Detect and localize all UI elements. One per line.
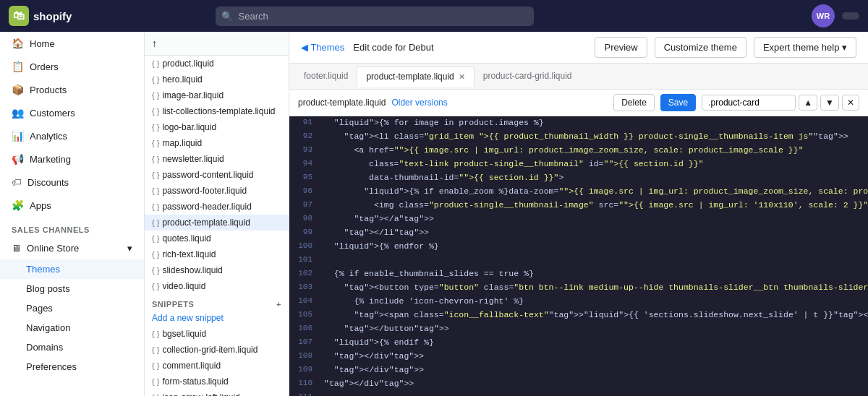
liquid-icon: { } xyxy=(152,361,159,370)
line-content: "tag"></a"tag">> xyxy=(320,212,868,226)
file-item-product[interactable]: { } product.liquid xyxy=(145,56,289,72)
sidebar-item-marketing[interactable]: 📢 Marketing xyxy=(0,147,144,171)
line-content: "liquid">{% for image in product.images … xyxy=(320,116,868,130)
code-line: 94 class="text-link product-single__thum… xyxy=(289,158,868,171)
line-content xyxy=(320,391,868,396)
tab-footer-label: footer.liquid xyxy=(304,71,348,81)
line-content: "tag"></div"tag">> xyxy=(320,350,868,363)
file-item-slideshow[interactable]: { } slideshow.liquid xyxy=(145,262,289,278)
older-versions-link[interactable]: Older versions xyxy=(391,98,447,108)
line-content: "tag"></div"tag">> xyxy=(320,363,868,377)
shopify-logo: 🛍 shopify xyxy=(9,6,72,26)
sidebar-item-preferences[interactable]: Preferences xyxy=(0,357,144,376)
avatar[interactable]: WR xyxy=(812,4,835,27)
tab-product-template[interactable]: product-template.liquid ✕ xyxy=(357,66,474,87)
code-line: 91 "liquid">{% for image in product.imag… xyxy=(289,116,868,130)
file-item-newsletter[interactable]: { } newsletter.liquid xyxy=(145,151,289,167)
line-number: 99 xyxy=(289,226,320,240)
editor-header: product-template.liquid Older versions D… xyxy=(289,90,868,116)
file-item-list-collections[interactable]: { } list-collections-template.liquid xyxy=(145,103,289,119)
file-item-password-header[interactable]: { } password-header.liquid xyxy=(145,199,289,215)
sidebar-item-blog-posts[interactable]: Blog posts xyxy=(0,279,144,298)
sidebar-item-online-store[interactable]: 🖥 Online Store ▾ xyxy=(0,237,144,259)
line-content xyxy=(320,254,868,267)
code-line: 109 "tag"></div"tag">> xyxy=(289,363,868,377)
file-item-hero[interactable]: { } hero.liquid xyxy=(145,72,289,87)
code-editor[interactable]: 91 "liquid">{% for image in product.imag… xyxy=(289,116,868,396)
customers-icon: 👥 xyxy=(12,107,24,119)
tabs-bar: footer.liquid product-template.liquid ✕ … xyxy=(289,64,868,90)
liquid-icon: { } xyxy=(152,186,159,195)
sidebar-item-analytics[interactable]: 📊 Analytics xyxy=(0,124,144,147)
sidebar-item-domains[interactable]: Domains xyxy=(0,337,144,357)
sidebar-item-products[interactable]: 📦 Products xyxy=(0,78,144,101)
file-item-collection-grid-item[interactable]: { } collection-grid-item.liquid xyxy=(145,342,289,358)
sidebar-item-apps[interactable]: 🧩 Apps xyxy=(0,194,144,217)
file-item-map[interactable]: { } map.liquid xyxy=(145,135,289,151)
sidebar-item-navigation[interactable]: Navigation xyxy=(0,318,144,337)
line-content: <a href="">{{ image.src | img_url: produ… xyxy=(320,144,868,158)
sidebar-item-home[interactable]: 🏠 Home xyxy=(0,32,144,55)
delete-button[interactable]: Delete xyxy=(613,94,655,111)
code-line: 97 <img class="product-single__thumbnail… xyxy=(289,199,868,212)
breadcrumb-back[interactable]: ◀ Themes xyxy=(301,42,344,53)
file-item-bgset[interactable]: { } bgset.liquid xyxy=(145,326,289,342)
file-item-video[interactable]: { } video.liquid xyxy=(145,278,289,294)
sidebar-item-customers[interactable]: 👥 Customers xyxy=(0,101,144,124)
search-close-btn[interactable]: ✕ xyxy=(842,95,859,111)
sidebar-label-discounts: Discounts xyxy=(27,177,69,188)
search-replace-bar: ▲ ▼ ✕ xyxy=(702,95,859,111)
file-item-password-content[interactable]: { } password-content.liquid xyxy=(145,167,289,183)
file-item-form-status[interactable]: { } form-status.liquid xyxy=(145,374,289,389)
code-line: 107 "liquid">{% endif %} xyxy=(289,336,868,350)
file-item-product-template[interactable]: { } product-template.liquid xyxy=(145,215,289,231)
customize-theme-button[interactable]: Customize theme xyxy=(655,37,746,58)
orders-icon: 📋 xyxy=(12,61,24,72)
file-item-quotes[interactable]: { } quotes.liquid xyxy=(145,231,289,246)
line-number: 103 xyxy=(289,281,320,295)
file-item-rich-text[interactable]: { } rich-text.liquid xyxy=(145,246,289,262)
code-line: 93 <a href="">{{ image.src | img_url: pr… xyxy=(289,144,868,158)
analytics-icon: 📊 xyxy=(12,130,24,142)
tab-product-card-grid[interactable]: product-card-grid.liquid xyxy=(475,66,581,87)
store-btn[interactable] xyxy=(842,12,859,20)
file-item-password-footer[interactable]: { } password-footer.liquid xyxy=(145,183,289,199)
snippets-section: Snippets + xyxy=(145,294,289,310)
tab-footer[interactable]: footer.liquid xyxy=(295,66,357,87)
sidebar-item-orders[interactable]: 📋 Orders xyxy=(0,55,144,78)
close-tab-icon[interactable]: ✕ xyxy=(459,72,465,82)
sidebar-item-themes[interactable]: Themes xyxy=(0,259,144,279)
code-line: 92 "tag"><li class="grid_item ">{{ produ… xyxy=(289,130,868,144)
file-item-add-snippet[interactable]: Add a new snippet xyxy=(145,310,289,326)
file-item-comment[interactable]: { } comment.liquid xyxy=(145,358,289,374)
sidebar-item-pages[interactable]: Pages xyxy=(0,298,144,318)
top-navigation: 🛍 shopify 🔍 WR xyxy=(0,0,868,32)
sidebar-item-discounts[interactable]: 🏷 Discounts xyxy=(0,171,144,194)
scroll-indicator: ↑ xyxy=(152,38,157,49)
sidebar-label-orders: Orders xyxy=(30,61,59,72)
code-line: 96 "liquid">{% if enable_zoom %}data-zoo… xyxy=(289,185,868,199)
liquid-icon: { } xyxy=(152,155,159,163)
liquid-icon: { } xyxy=(152,282,159,290)
line-number: 91 xyxy=(289,116,320,130)
liquid-icon: { } xyxy=(152,75,159,84)
search-input[interactable] xyxy=(216,7,534,26)
file-item-icon-arrow-left[interactable]: { } icon-arrow-left.liquid xyxy=(145,389,289,396)
search-prev-btn[interactable]: ▲ xyxy=(799,95,817,111)
search-next-btn[interactable]: ▼ xyxy=(820,95,839,111)
line-number: 110 xyxy=(289,377,320,391)
file-item-logo-bar[interactable]: { } logo-bar.liquid xyxy=(145,119,289,135)
sidebar-label-apps: Apps xyxy=(30,200,51,211)
liquid-icon: { } xyxy=(152,345,159,354)
preview-button[interactable]: Preview xyxy=(595,37,647,58)
tab-product-card-grid-label: product-card-grid.liquid xyxy=(483,71,572,81)
expert-help-button[interactable]: Expert theme help ▾ xyxy=(754,37,856,58)
liquid-icon: { } xyxy=(152,91,159,100)
search-replace-input[interactable] xyxy=(702,95,796,111)
file-item-image-bar[interactable]: { } image-bar.liquid xyxy=(145,87,289,103)
line-number: 92 xyxy=(289,130,320,144)
save-button[interactable]: Save xyxy=(660,94,696,111)
liquid-icon: { } xyxy=(152,171,159,179)
online-store-icon: 🖥 xyxy=(12,243,21,254)
snippets-add-icon[interactable]: + xyxy=(276,300,281,309)
